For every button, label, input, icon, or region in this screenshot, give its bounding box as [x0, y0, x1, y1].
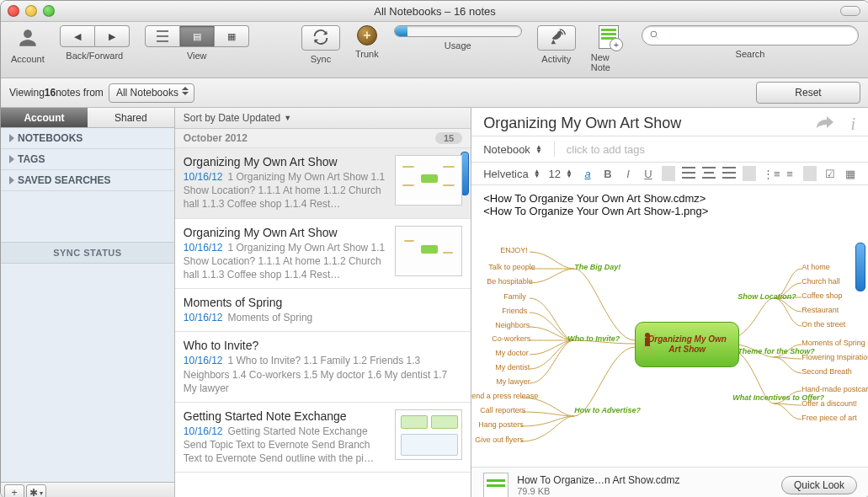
fontsize-select[interactable]: 12▲▼ [549, 168, 572, 180]
attachment-file-icon [483, 473, 509, 497]
leaf: Co-workers [492, 334, 530, 343]
minimize-window-button[interactable] [25, 5, 37, 17]
leaf: Be hospitable [487, 277, 533, 286]
sync-status-header: SYNC STATUS [1, 242, 174, 264]
disclosure-triangle-icon [9, 155, 14, 163]
search-field[interactable] [642, 25, 859, 45]
notebook-filter-select[interactable]: All Notebooks [109, 83, 194, 103]
notes-scroll-area[interactable]: Organizing My Own Art Show 10/16/121 Org… [175, 148, 471, 497]
account-button[interactable] [15, 25, 40, 51]
add-button[interactable]: + [4, 484, 24, 497]
view-snippet-button[interactable]: ▤ [180, 25, 215, 47]
forward-button[interactable]: ▶ [95, 25, 130, 47]
note-item[interactable]: Moments of Spring 10/16/12Moments of Spr… [175, 289, 471, 332]
bold-button[interactable]: B [601, 168, 615, 180]
detail-title[interactable]: Organizing My Own Art Show [483, 115, 857, 132]
sync-button[interactable] [301, 25, 340, 51]
reset-button[interactable]: Reset [756, 82, 860, 104]
note-item[interactable]: Who to Invite? 10/16/121 Who to Invite? … [175, 332, 471, 403]
sync-group: Sync [301, 25, 340, 64]
note-content-area[interactable]: <How To Organize Your Own Art Show.cdmz>… [471, 185, 868, 467]
note-title: Moments of Spring [184, 296, 462, 309]
detail-scrollbar-thumb[interactable] [855, 243, 865, 291]
window-controls [8, 5, 55, 17]
tab-shared[interactable]: Shared [88, 108, 174, 128]
reset-label: Reset [795, 87, 821, 99]
font-size: 12 [549, 168, 561, 180]
viewing-text-post: notes from [56, 87, 104, 99]
font-select[interactable]: Helvetica▲▼ [483, 168, 540, 180]
artist-figure-icon [641, 331, 658, 356]
detail-header: Organizing My Own Art Show i [471, 108, 868, 136]
back-button[interactable]: ◀ [60, 25, 95, 47]
bullet-list-button[interactable]: ⋮≡ [763, 168, 776, 180]
settings-button[interactable]: ✱▾ [26, 484, 46, 497]
account-label: Account [11, 54, 45, 64]
view-list-button[interactable] [145, 25, 180, 47]
saved-searches-label: SAVED SEARCHES [18, 174, 110, 186]
trunk-button[interactable]: + [357, 25, 377, 45]
detail-meta-bar: Notebook ▲▼ click to add tags [471, 136, 868, 163]
align-left-icon [682, 167, 695, 179]
tags-label: TAGS [18, 153, 45, 165]
leaf: Hand-made postcards [801, 385, 868, 393]
sort-label: Sort by Date Updated [184, 112, 280, 124]
search-input[interactable] [663, 29, 851, 42]
tab-account[interactable]: Account [1, 108, 88, 128]
share-button[interactable] [815, 115, 835, 134]
note-title: Who to Invite? [184, 339, 462, 352]
trunk-label: Trunk [355, 49, 379, 59]
table-button[interactable]: ▦ [844, 168, 857, 180]
sidebar-item-saved-searches[interactable]: SAVED SEARCHES [1, 170, 174, 191]
view-group: ▤ ▦ View [145, 25, 249, 61]
close-window-button[interactable] [8, 5, 19, 17]
tags-field[interactable]: click to add tags [567, 143, 645, 156]
viewing-text-pre: Viewing [9, 87, 45, 99]
toolbar-toggle-button[interactable] [840, 6, 860, 16]
activity-button[interactable] [537, 25, 576, 51]
disclosure-triangle-icon [9, 134, 14, 142]
viewing-count: 16 [45, 87, 56, 99]
sort-bar[interactable]: Sort by Date Updated ▼ [175, 108, 471, 129]
quick-look-button[interactable]: Quick Look [781, 476, 857, 494]
leaf: Family [503, 292, 526, 301]
italic-button[interactable]: I [621, 168, 635, 180]
sidebar-item-notebooks[interactable]: NOTEBOOKS [1, 128, 174, 149]
number-list-button[interactable]: ≡ [783, 168, 796, 180]
satellite-dish-icon [547, 28, 566, 48]
divider [554, 142, 555, 157]
leaf: Give out flyers [475, 436, 524, 444]
underline-button[interactable]: U [642, 168, 655, 180]
leaf: Flowering Inspiration [801, 353, 868, 361]
tab-shared-label: Shared [114, 112, 147, 124]
text-color-button[interactable]: a [581, 168, 594, 180]
month-label: October 2012 [184, 132, 248, 144]
usage-progress[interactable] [394, 25, 522, 37]
align-left-button[interactable] [682, 167, 695, 181]
leaf: Hang posters [478, 420, 524, 429]
align-right-button[interactable] [722, 167, 736, 181]
notebooks-label: NOTEBOOKS [18, 132, 83, 144]
leaf: Moments of Spring [801, 339, 865, 347]
checkbox-button[interactable]: ☑ [823, 168, 837, 180]
view-card-button[interactable]: ▦ [215, 25, 249, 47]
chevron-down-icon: ▾ [40, 489, 43, 497]
svg-line-6 [650, 346, 652, 355]
branch-incentives: What Incentives to Offer? [732, 393, 793, 402]
note-item[interactable]: Getting Started Note Exchange 10/16/12Ge… [175, 403, 471, 473]
svg-rect-4 [645, 338, 650, 346]
note-item[interactable]: Organizing My Own Art Show 10/16/121 Org… [175, 219, 471, 290]
month-count-badge: 15 [435, 132, 462, 144]
share-arrow-icon [815, 115, 835, 130]
zoom-window-button[interactable] [43, 5, 55, 17]
chevron-down-icon: ▼ [284, 114, 291, 122]
main-body: Account Shared NOTEBOOKS TAGS SAVED SEAR… [1, 108, 868, 497]
sidebar-item-tags[interactable]: TAGS [1, 149, 174, 170]
note-title: Organizing My Own Art Show [184, 226, 388, 239]
notebook-select[interactable]: Notebook ▲▼ [483, 143, 542, 156]
align-center-button[interactable] [702, 167, 716, 181]
new-note-button[interactable]: + [599, 25, 619, 49]
note-item[interactable]: Organizing My Own Art Show 10/16/121 Org… [175, 148, 471, 219]
info-button[interactable]: i [850, 115, 855, 134]
attachment-line-1: <How To Organize Your Own Art Show.cdmz> [483, 192, 857, 205]
